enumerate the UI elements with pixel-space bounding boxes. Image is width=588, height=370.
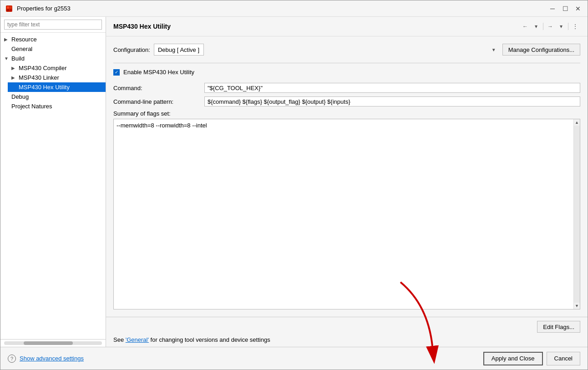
scroll-up-icon[interactable]: ▲	[574, 119, 580, 126]
sidebar-tree: ▶ Resource General ▼ Build ▶ MSP430 Comp…	[0, 33, 106, 339]
nav-back-button[interactable]: ←	[520, 21, 530, 31]
scroll-down-icon[interactable]: ▼	[574, 303, 580, 309]
close-button[interactable]: ✕	[573, 4, 583, 14]
show-advanced-settings-link[interactable]: Show advanced settings	[20, 355, 84, 362]
enable-checkbox[interactable]	[113, 69, 120, 76]
dialog-footer: ? Show advanced settings Apply and Close…	[0, 347, 588, 370]
content-area: ▶ Resource General ▼ Build ▶ MSP430 Comp…	[0, 17, 588, 347]
window-controls: ─ ☐ ✕	[547, 4, 583, 14]
configuration-select-wrapper: Debug [ Active ] ▼	[154, 44, 499, 56]
arrow-icon: ▶	[11, 66, 17, 71]
nav-separator2	[568, 23, 568, 30]
sidebar-filter-area	[0, 17, 106, 33]
svg-rect-4	[10, 9, 12, 11]
edit-flags-row: Edit Flags...	[113, 321, 580, 333]
sidebar-item-label: MSP430 Hex Utility	[19, 84, 70, 91]
panel-footer: Edit Flags... See 'General' for changing…	[106, 317, 588, 347]
dialog-window: Properties for g2553 ─ ☐ ✕ ▶ Resource Ge…	[0, 0, 588, 370]
sidebar-item-label: MSP430 Compiler	[19, 65, 67, 71]
arrow-icon: ▶	[11, 75, 17, 80]
configuration-select[interactable]: Debug [ Active ]	[154, 44, 204, 56]
minimize-button[interactable]: ─	[547, 4, 558, 14]
cmdpattern-label: Command-line pattern:	[113, 98, 204, 105]
sidebar-item-build[interactable]: ▼ Build	[0, 54, 106, 63]
sidebar-item-label: General	[11, 46, 32, 52]
configuration-label: Configuration:	[113, 46, 150, 53]
sidebar-scrollbar[interactable]	[0, 339, 106, 347]
edit-flags-button[interactable]: Edit Flags...	[537, 321, 580, 333]
main-panel: MSP430 Hex Utility ← ▾ → ▾ ⋮ Configurati…	[106, 17, 588, 347]
sidebar-item-debug[interactable]: Debug	[0, 92, 106, 101]
panel-nav: ← ▾ → ▾ ⋮	[520, 21, 580, 31]
nav-menu-button[interactable]: ⋮	[570, 21, 580, 31]
chevron-down-icon: ▼	[492, 47, 496, 52]
maximize-button[interactable]: ☐	[560, 4, 570, 14]
footer-left: ? Show advanced settings	[8, 355, 84, 363]
apply-and-close-button[interactable]: Apply and Close	[483, 352, 543, 365]
svg-rect-3	[10, 6, 12, 9]
sidebar-item-label: MSP430 Linker	[19, 74, 59, 81]
sidebar-item-general[interactable]: General	[0, 44, 106, 54]
panel-title: MSP430 Hex Utility	[113, 23, 171, 30]
sidebar-item-msp430-hex-utility[interactable]: MSP430 Hex Utility	[8, 82, 106, 92]
footer-right: Apply and Close Cancel	[483, 352, 580, 365]
nav-separator	[543, 23, 543, 30]
panel-body: Configuration: Debug [ Active ] ▼ Manage…	[106, 36, 588, 317]
enable-row: Enable MSP430 Hex Utility	[113, 69, 580, 76]
sidebar-item-msp430-linker[interactable]: ▶ MSP430 Linker	[8, 73, 106, 82]
nav-forward-dropdown[interactable]: ▾	[556, 21, 566, 31]
scroll-track	[574, 126, 580, 303]
nav-back-dropdown[interactable]: ▾	[531, 21, 541, 31]
sidebar-item-label: Resource	[11, 36, 37, 43]
cmdpattern-row: Command-line pattern:	[113, 96, 580, 106]
command-label: Command:	[113, 85, 204, 91]
sidebar: ▶ Resource General ▼ Build ▶ MSP430 Comp…	[0, 17, 106, 347]
sidebar-item-project-natures[interactable]: Project Natures	[0, 101, 106, 111]
footer-link-prefix: See	[113, 336, 126, 343]
summary-label: Summary of flags set:	[113, 110, 580, 117]
cancel-button[interactable]: Cancel	[547, 352, 580, 365]
title-bar: Properties for g2553 ─ ☐ ✕	[0, 0, 588, 17]
help-icon[interactable]: ?	[8, 355, 16, 363]
manage-configurations-button[interactable]: Manage Configurations...	[502, 44, 580, 56]
sidebar-item-label: Build	[11, 55, 25, 62]
sidebar-item-msp430-compiler[interactable]: ▶ MSP430 Compiler	[8, 63, 106, 73]
general-link-row: See 'General' for changing tool versions…	[113, 336, 580, 343]
summary-scrollbar[interactable]: ▲ ▼	[573, 119, 580, 309]
sidebar-item-label: Debug	[11, 93, 29, 100]
footer-link-suffix: for changing tool versions and device se…	[151, 336, 270, 343]
nav-forward-button[interactable]: →	[545, 21, 555, 31]
command-input[interactable]	[204, 83, 580, 93]
command-row: Command:	[113, 83, 580, 93]
app-icon	[5, 5, 13, 13]
svg-rect-1	[7, 6, 9, 9]
general-link[interactable]: 'General'	[126, 336, 149, 343]
summary-box: --memwidth=8 --romwidth=8 --intel ▲ ▼	[113, 119, 580, 309]
svg-rect-2	[7, 9, 9, 11]
filter-input[interactable]	[4, 20, 102, 30]
arrow-icon: ▶	[4, 37, 10, 42]
configuration-row: Configuration: Debug [ Active ] ▼ Manage…	[113, 44, 580, 56]
arrow-icon: ▼	[4, 56, 10, 61]
panel-header: MSP430 Hex Utility ← ▾ → ▾ ⋮	[106, 17, 588, 36]
cmdpattern-input[interactable]	[204, 96, 580, 106]
sidebar-item-label: Project Natures	[11, 103, 52, 110]
window-title: Properties for g2553	[17, 5, 547, 12]
summary-text: --memwidth=8 --romwidth=8 --intel	[117, 122, 207, 129]
section-divider	[113, 63, 580, 63]
enable-label: Enable MSP430 Hex Utility	[123, 69, 194, 76]
sidebar-item-resource[interactable]: ▶ Resource	[0, 35, 106, 44]
